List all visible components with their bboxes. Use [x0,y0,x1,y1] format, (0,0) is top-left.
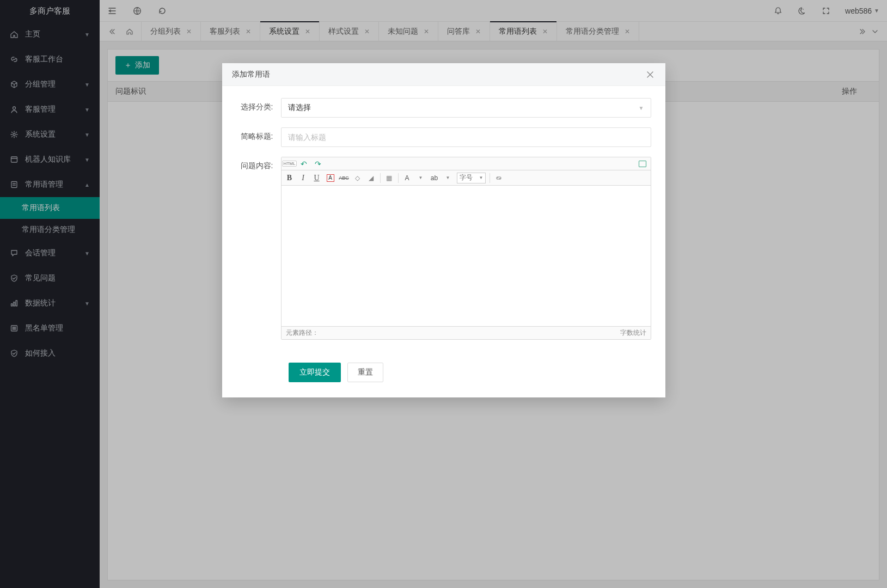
label-title: 简略标题: [236,127,281,142]
caret-down-icon: ▼ [479,175,484,180]
editor-content-area[interactable] [282,186,651,326]
editor-undo-button[interactable]: ↶ [299,159,309,169]
editor-fontsize-label: 字号 [460,173,473,182]
rich-text-editor: HTML ↶ ↷ B I U A ABC ◇ ◢ ▦ [281,157,651,340]
category-select[interactable]: 请选择 ▼ [281,98,651,118]
modal-close-button[interactable] [645,69,656,80]
editor-separator [490,173,490,183]
editor-underline-button[interactable]: U [312,173,322,183]
editor-separator [398,173,399,183]
title-input[interactable] [281,127,651,147]
editor-italic-button[interactable]: I [298,173,308,183]
editor-word-count[interactable]: 字数统计 [620,328,646,338]
reset-button-label: 重置 [358,367,373,377]
select-caret-icon: ▼ [639,105,644,111]
editor-backcolor-button[interactable]: ab [430,173,439,183]
label-category: 选择分类: [236,98,281,112]
editor-strikethrough-button[interactable]: ABC [339,173,349,183]
category-select-value: 请选择 [288,103,311,113]
submit-button-label: 立即提交 [299,367,330,377]
modal-header: 添加常用语 [222,63,665,86]
editor-redo-button[interactable]: ↷ [313,159,323,169]
editor-element-path: 元素路径： [286,328,319,338]
editor-backcolor-caret[interactable]: ▼ [443,173,453,183]
add-phrase-modal: 添加常用语 选择分类: 请选择 ▼ 简略标题: 问题内容: [222,63,665,397]
label-content: 问题内容: [236,157,281,171]
editor-link-button[interactable] [494,173,504,183]
editor-clearformat-button[interactable]: ◇ [353,173,363,183]
editor-bold-button[interactable]: B [285,173,295,183]
submit-button[interactable]: 立即提交 [289,363,341,382]
editor-html-source-button[interactable]: HTML [285,159,295,169]
editor-fontsize-select[interactable]: 字号 ▼ [457,173,486,183]
reset-button[interactable]: 重置 [347,363,383,382]
editor-fontborder-button[interactable]: A [326,173,335,183]
editor-pasteplain-button[interactable]: ▦ [384,173,394,183]
modal-title: 添加常用语 [232,70,645,79]
editor-separator [380,173,381,183]
editor-fullscreen-button[interactable] [638,159,647,169]
editor-forecolor-caret[interactable]: ▼ [416,173,426,183]
editor-eraser-button[interactable]: ◢ [366,173,376,183]
editor-forecolor-button[interactable]: A [402,173,412,183]
